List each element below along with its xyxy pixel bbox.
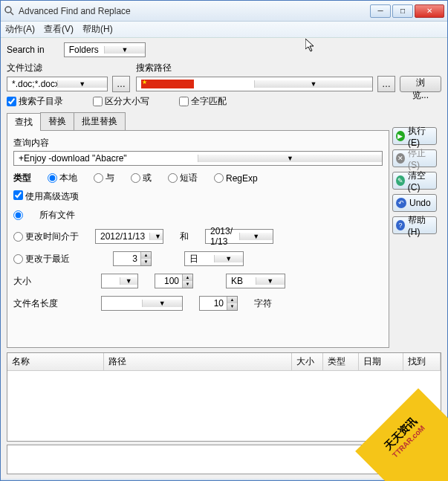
radio-allfiles[interactable]: 所有文件 <box>13 209 383 222</box>
play-icon: ▶ <box>396 131 405 141</box>
type-label: 类型 <box>13 172 31 184</box>
run-button[interactable]: ▶执行(E) <box>392 127 437 145</box>
undo-button[interactable]: ↶Undo <box>392 194 437 212</box>
minimize-button[interactable]: ─ <box>370 4 391 18</box>
fname-label: 文件名长度 <box>13 297 85 310</box>
close-button[interactable]: ✕ <box>415 4 444 18</box>
advanced-checkbox[interactable]: 使用高级选项 <box>13 190 383 203</box>
tab-batch[interactable]: 批里替换 <box>74 112 126 130</box>
case-checkbox[interactable]: 区分大小写 <box>93 95 149 108</box>
size-unit-select[interactable]: KB▼ <box>226 274 285 288</box>
size-op-select[interactable]: ▼ <box>101 274 138 288</box>
col-type[interactable]: 类型 <box>323 353 359 370</box>
window-title: Advanced Find and Replace <box>19 6 370 16</box>
maximize-button[interactable]: □ <box>392 4 413 18</box>
radio-modbetween[interactable]: 更改时间介于 <box>13 230 79 243</box>
radio-phrase[interactable]: 短语 <box>168 172 198 184</box>
file-filter-input[interactable]: *.doc;*.docx;*.xls;*.xlsx;*.h▼ <box>7 77 108 91</box>
col-name[interactable]: 名称 <box>7 353 104 370</box>
query-input[interactable]: +Enjoy -download "Abacre"▼ <box>13 151 383 166</box>
svg-line-1 <box>10 12 13 15</box>
stop-icon: ✕ <box>396 153 405 164</box>
date1-input[interactable]: 2012/11/13▼ <box>95 229 163 244</box>
date2-input[interactable]: 2013/ 1/13▼ <box>205 229 273 244</box>
app-icon <box>4 5 16 17</box>
stop-button[interactable]: ✕停止(S) <box>392 149 437 167</box>
recent-unit-select[interactable]: 日▼ <box>184 251 244 266</box>
radio-local[interactable]: 本地 <box>48 172 77 184</box>
file-filter-label: 文件过滤 <box>7 62 130 74</box>
help-button[interactable]: ?帮助(H) <box>392 216 437 234</box>
help-icon: ? <box>396 220 405 230</box>
recent-n-spinner[interactable]: ▲▼ <box>113 251 152 266</box>
col-size[interactable]: 大小 <box>292 353 323 370</box>
search-in-select[interactable]: Folders▼ <box>64 42 146 57</box>
fname-n-spinner[interactable]: ▲▼ <box>199 296 238 311</box>
col-path[interactable]: 路径 <box>104 353 292 370</box>
flag-icon <box>141 80 194 88</box>
chevron-down-icon: ▼ <box>104 46 145 54</box>
chevron-down-icon: ▼ <box>57 80 108 88</box>
subfolders-checkbox[interactable]: 搜索子目录 <box>7 95 63 108</box>
browse-button[interactable]: 浏览... <box>400 76 441 92</box>
col-found[interactable]: 找到 <box>403 353 441 370</box>
results-table[interactable]: 名称 路径 大小 类型 日期 找到 <box>7 352 441 442</box>
query-label: 查询内容 <box>13 137 383 149</box>
search-path-label: 搜索路径 <box>136 62 441 74</box>
radio-modrecent[interactable]: 更改于最近 <box>13 253 97 265</box>
menu-help[interactable]: 帮助(H) <box>82 23 113 36</box>
menu-action[interactable]: 动作(A) <box>5 23 35 36</box>
radio-or[interactable]: 或 <box>131 172 152 184</box>
search-path-button[interactable]: … <box>377 76 395 92</box>
col-date[interactable]: 日期 <box>359 353 403 370</box>
clear-button[interactable]: ✎清空(C) <box>392 172 437 190</box>
size-label: 大小 <box>13 275 85 288</box>
fname-op-select[interactable]: ▼ <box>101 296 183 311</box>
size-n-spinner[interactable]: ▲▼ <box>155 274 193 288</box>
search-in-label: Search in <box>7 45 45 55</box>
tab-replace[interactable]: 替换 <box>40 112 74 130</box>
undo-icon: ↶ <box>396 198 406 208</box>
titlebar: Advanced Find and Replace ─ □ ✕ <box>1 1 447 22</box>
brush-icon: ✎ <box>396 175 405 186</box>
radio-regexp[interactable]: RegExp <box>214 173 258 184</box>
radio-and[interactable]: 与 <box>94 172 114 184</box>
tab-find[interactable]: 查找 <box>7 113 41 131</box>
menubar: 动作(A) 查看(V) 帮助(H) <box>1 22 447 38</box>
file-filter-button[interactable]: … <box>112 76 130 92</box>
search-path-input[interactable]: ▼ <box>136 77 373 91</box>
wholeword-checkbox[interactable]: 全字匹配 <box>179 95 227 108</box>
chevron-down-icon: ▼ <box>198 155 382 162</box>
svg-point-0 <box>5 7 11 13</box>
menu-view[interactable]: 查看(V) <box>44 23 74 36</box>
chevron-down-icon: ▼ <box>254 80 372 88</box>
